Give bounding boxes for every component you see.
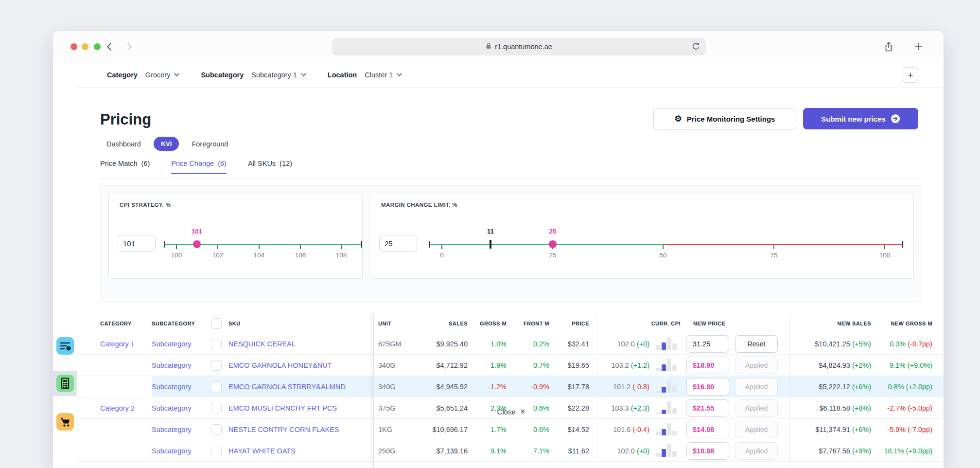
new-price-input[interactable]: $16.90 <box>686 378 729 396</box>
main-content: Category Grocery Subcategory Subcategory… <box>77 62 944 468</box>
curr-cpi-value: 102.0 (+0) <box>597 447 651 455</box>
new-tab-icon[interactable] <box>913 41 924 54</box>
category-link[interactable]: Category 1 <box>100 340 135 348</box>
reset-button[interactable]: Reset <box>735 335 778 353</box>
unit-value: 1KG <box>378 426 392 433</box>
applied-button[interactable]: Applied <box>735 357 778 374</box>
new-price-input[interactable]: $10.98 <box>686 442 729 460</box>
gross-margin-value: 2.3% <box>490 404 507 412</box>
subcategory-link[interactable]: Subcategory <box>152 361 191 369</box>
applied-button[interactable]: Applied <box>735 378 778 396</box>
tab-kvi[interactable]: KVI <box>154 137 179 151</box>
margin-marker-value: 11 <box>487 228 494 235</box>
new-price-input[interactable]: $18.90 <box>686 357 729 374</box>
new-price-input[interactable]: $14.08 <box>686 421 729 438</box>
margin-slider-handle[interactable] <box>549 240 557 248</box>
chevron-down-icon <box>301 73 306 76</box>
cpi-strategy-input[interactable]: 101 <box>118 235 156 252</box>
browser-window: r1.quantumone.ae <box>53 31 944 468</box>
back-icon[interactable] <box>104 41 115 52</box>
margin-change-limit-input[interactable]: 25 <box>379 235 417 252</box>
sku-link[interactable]: NESQUICK CEREAL <box>228 340 296 348</box>
unit-value: 340G <box>378 383 395 391</box>
select-all-checkbox[interactable] <box>211 318 222 329</box>
applied-button[interactable]: Applied <box>735 442 778 460</box>
row-checkbox[interactable] <box>211 403 222 414</box>
new-sales-value: $6,118.58 (+8%) <box>789 404 871 412</box>
tab-foreground[interactable]: Foreground <box>192 140 228 148</box>
subcategory-link[interactable]: Subcategory <box>152 426 191 433</box>
slider-track-red[interactable] <box>663 244 903 245</box>
subcategory-link[interactable]: Subcategory <box>152 404 191 412</box>
price-value: $22.28 <box>568 404 589 412</box>
sku-link[interactable]: EMCO GARNOLA HONEY&NUT <box>228 361 332 369</box>
sidebar-item-cart[interactable] <box>56 413 74 431</box>
submit-new-prices-button[interactable]: Submit new prices <box>803 108 918 129</box>
new-sales-value: $10,421.25 (+5%) <box>789 340 871 348</box>
tab-price-match[interactable]: Price Match (6) <box>100 160 150 174</box>
row-checkbox[interactable] <box>211 339 222 349</box>
category-link[interactable]: Category 2 <box>100 404 135 412</box>
curr-cpi-value: 101.6 (-0.4) <box>597 426 651 433</box>
new-gross-margin-value: 0.8% (+2.0pp) <box>871 383 932 391</box>
new-gross-margin-value: 0.3% (-0.7pp) <box>871 340 932 348</box>
gear-icon: ⚙ <box>675 115 682 123</box>
location-filter-dropdown[interactable]: Cluster 1 <box>365 71 402 79</box>
traffic-light-minimize-button[interactable] <box>82 43 88 50</box>
url-text: r1.quantumone.ae <box>495 43 552 51</box>
slider-track-green[interactable] <box>430 244 663 245</box>
row-checkbox[interactable] <box>211 424 222 435</box>
tab-all-skus[interactable]: All SKUs (12) <box>248 160 292 174</box>
share-icon[interactable] <box>883 41 894 54</box>
arrow-right-circle-icon <box>891 114 900 124</box>
sku-link[interactable]: NESTLE CONTRY CORN FLAKES <box>228 426 339 433</box>
header-unit: UNIT <box>373 321 416 326</box>
sku-link[interactable]: HAYAT WHITE OATS <box>228 447 296 455</box>
lock-icon <box>486 42 491 51</box>
tab-dashboard[interactable]: Dashboard <box>106 140 141 148</box>
header-curr-cpi: CURR. CPI <box>597 321 686 326</box>
new-price-input[interactable]: 31.25 <box>686 335 729 353</box>
applied-button[interactable]: Applied <box>735 421 778 438</box>
new-price-input[interactable]: $21.55 <box>686 399 729 417</box>
address-bar[interactable]: r1.quantumone.ae <box>332 38 706 55</box>
row-checkbox[interactable] <box>211 446 222 456</box>
subcategory-filter-dropdown[interactable]: Subcategory 1 <box>251 71 306 79</box>
header-new-gross-m: NEW GROSS M <box>871 321 932 326</box>
unit-value: 340G <box>378 361 395 369</box>
subcategory-link[interactable]: Subcategory <box>152 383 191 391</box>
table-row: SubcategoryHAYAT WHITE OATS250G$7,139.16… <box>77 440 944 462</box>
tab-price-change[interactable]: Price Change (6) <box>171 160 227 174</box>
traffic-light-zoom-button[interactable] <box>94 43 101 50</box>
traffic-light-close-button[interactable] <box>70 43 77 50</box>
new-sales-value: $7,767.56 (+9%) <box>789 447 871 455</box>
applied-button[interactable]: Applied <box>735 399 778 417</box>
calculator-icon <box>56 375 74 392</box>
price-monitoring-settings-button[interactable]: ⚙ Price Monitoring Settings <box>653 108 796 129</box>
curr-cpi-value: 103.2 (+1.2) <box>597 361 651 369</box>
tab-count: (12) <box>280 160 292 167</box>
front-margin-value: 0.2% <box>533 340 549 348</box>
sidebar-item-pricing[interactable] <box>56 375 74 392</box>
new-sales-value: $5,222.12 (+6%) <box>789 383 871 391</box>
sidebar-item-lists[interactable] <box>56 337 74 355</box>
forward-icon[interactable] <box>124 41 135 52</box>
sku-link[interactable]: EMCO GARNOLA STRBRY&ALMND <box>228 383 346 391</box>
view-tabs: Dashboard KVI Foreground <box>106 136 228 151</box>
header-category: CATEGORY <box>100 321 152 326</box>
filter-list-icon <box>56 337 74 355</box>
sku-link[interactable]: EMCO MUSLI CRNCHY FRT PCS <box>228 404 337 412</box>
row-checkbox[interactable] <box>211 381 222 392</box>
subcategory-link[interactable]: Subcategory <box>152 340 191 348</box>
front-margin-value: -0.9% <box>531 383 549 391</box>
add-filter-button[interactable]: + <box>903 67 918 83</box>
category-filter-dropdown[interactable]: Grocery <box>145 71 180 79</box>
row-checkbox[interactable] <box>211 360 222 371</box>
cpi-slider-handle[interactable] <box>193 240 201 248</box>
tab-count: (6) <box>141 160 150 167</box>
new-gross-margin-value: 18.1% (+9.0pp) <box>871 447 932 455</box>
price-distribution-chart <box>651 355 686 376</box>
refresh-icon[interactable] <box>692 42 700 53</box>
frozen-column-divider <box>373 314 374 468</box>
subcategory-link[interactable]: Subcategory <box>152 447 191 455</box>
